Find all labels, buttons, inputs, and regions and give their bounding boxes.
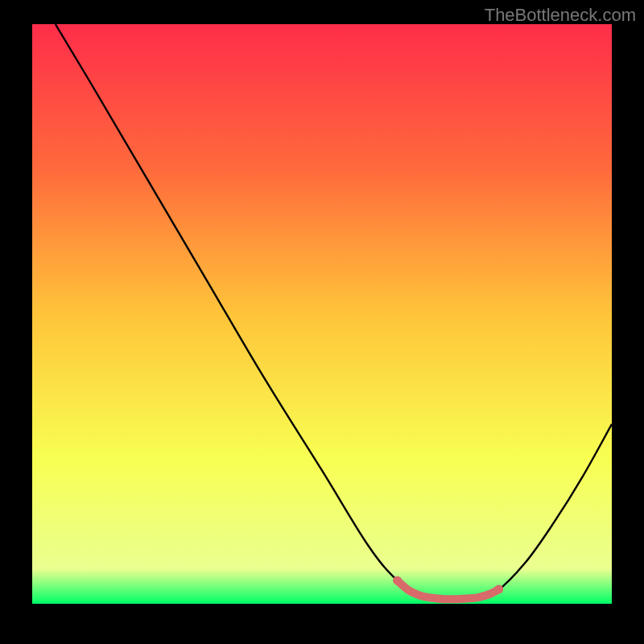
watermark-text: TheBottleneck.com [485,5,636,26]
chart-area [32,24,612,604]
chart-svg [32,24,612,604]
highlight-end-dot [494,585,503,594]
highlight-start-dot [393,576,402,585]
gradient-background [32,24,612,604]
